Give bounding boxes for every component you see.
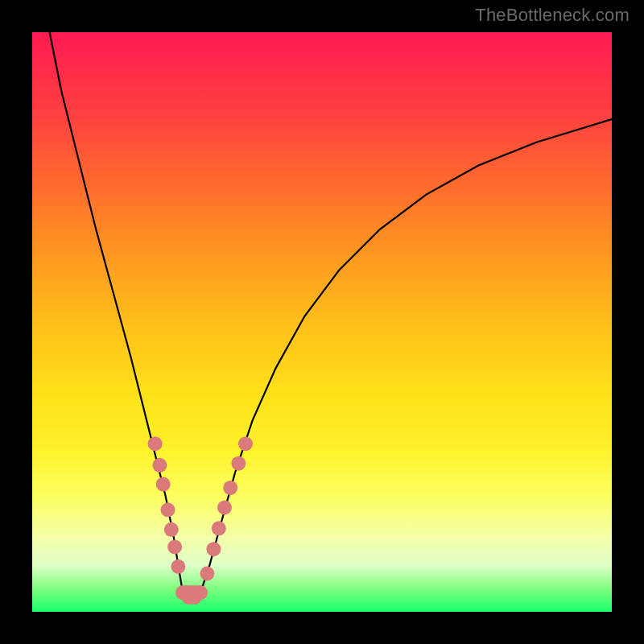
marker-point [161,502,175,517]
plot-area [32,32,612,612]
marker-point [206,542,221,556]
marker-point [231,456,246,471]
bottleneck-curve [50,32,612,598]
marker-group [148,436,253,605]
marker-point [148,436,163,451]
marker-point [200,567,214,581]
marker-point [164,522,179,537]
marker-point [212,521,226,535]
watermark-text: TheBottleneck.com [475,5,630,26]
chart-overlay [32,32,612,612]
marker-point [171,559,185,574]
marker-point [217,500,232,514]
marker-point [223,481,237,495]
marker-point [156,477,171,492]
marker-point [167,539,182,554]
marker-point [152,458,167,473]
chart-frame: TheBottleneck.com [0,0,644,644]
marker-point [238,436,253,451]
marker-point [193,585,208,600]
